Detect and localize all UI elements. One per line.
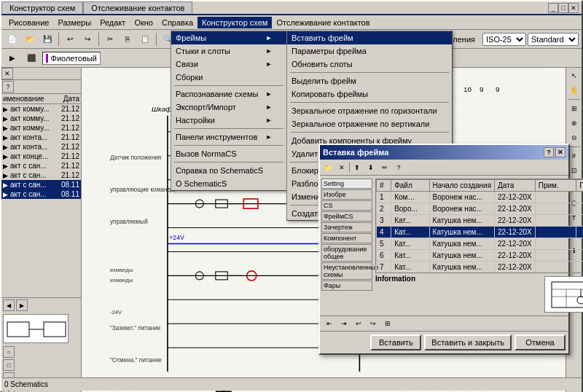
svg-text:IO: IO (381, 202, 387, 208)
rt-btn-wire[interactable]: ╱ (568, 182, 581, 195)
tb-sep4 (196, 33, 197, 46)
list-item[interactable]: ▶ акт комму... 21.12 (1, 104, 81, 114)
rt-btn-settings[interactable]: ⚙ (568, 230, 581, 243)
svg-text:9: 9 (367, 321, 371, 328)
tab-constructor[interactable]: Конструктор схем (1, 1, 83, 14)
center-management-label: Центр управления (406, 35, 475, 44)
center-area: 1.4B 8 10 9 9 Шкаф ПТК: (82, 68, 566, 392)
list-item[interactable]: ▶ акт с сан... 08.11 (1, 180, 81, 189)
list-item[interactable]: ▶ акт конце... 21.12 (1, 152, 81, 161)
left-tb-circle[interactable]: ○ (3, 346, 15, 358)
tb-cut[interactable]: ✂ (102, 31, 118, 47)
left-panel: ✕ ? именование Дата ▶ акт комму... 21.12… (1, 68, 82, 392)
svg-text:10: 10 (367, 152, 375, 160)
svg-text:"Заземл." питание: "Заземл." питание (110, 325, 161, 332)
rt-btn-zoom-area[interactable]: ⊞ (568, 102, 581, 115)
tb2-btn1[interactable]: ▶ (4, 50, 20, 66)
rt-btn-component[interactable]: ⬡ (568, 197, 581, 210)
list-item[interactable]: ▶ акт конта... 21.12 (1, 142, 81, 152)
left-tb-btn1[interactable]: ◀ (3, 299, 15, 311)
svg-text:Датчик положения: Датчик положения (110, 154, 161, 161)
svg-text:Шкаф ПТК:: Шкаф ПТК: (152, 105, 189, 113)
main-window: Конструктор схем Отслеживание контактов … (0, 0, 583, 392)
list-item[interactable]: ▶ акт с сан... 08.11 (1, 189, 81, 199)
svg-text:управляемый: управляемый (110, 219, 148, 225)
rt-btn-text[interactable]: T (568, 211, 581, 224)
rt-btn-zoom-in[interactable]: ⊕ (568, 117, 581, 130)
iso-select[interactable]: ISO-25 (482, 33, 526, 46)
tb-copy[interactable]: ⎘ (120, 31, 136, 47)
tree-expand-icon: ▶ (3, 181, 8, 189)
rt-btn-select[interactable]: ↖ (568, 69, 581, 82)
minimize-button[interactable]: _ (548, 3, 558, 13)
svg-text:управляющие команды: управляющие команды (110, 187, 175, 193)
rt-sep2 (568, 146, 580, 147)
svg-text:команды: команды (110, 277, 133, 283)
tb-paste[interactable]: 📋 (137, 31, 153, 47)
close-button[interactable]: ✕ (568, 3, 579, 13)
main-area: ✕ ? именование Дата ▶ акт комму... 21.12… (1, 68, 582, 392)
tb-sep1 (58, 33, 59, 46)
col-header-name: именование (3, 95, 63, 103)
tb-new[interactable]: 📄 (4, 31, 20, 47)
menu-draw[interactable]: Рисование (4, 17, 53, 28)
list-item[interactable]: ▶ акт с сан... 21.12 (1, 161, 81, 170)
left-tb-btn2[interactable]: ▶ (16, 299, 28, 311)
tree-expand-icon: ▶ (3, 191, 8, 198)
tree-expand-icon: ▶ (3, 162, 8, 170)
svg-text:8: 8 (367, 176, 371, 184)
right-toolbar: ↖ ✋ ⊞ ⊕ ⊖ # ⊡ ╱ ⬡ T ⚙ ℹ (566, 68, 582, 392)
svg-rect-0 (7, 322, 29, 337)
schematic-canvas: 1.4B 8 10 9 9 Шкаф ПТК: (82, 68, 566, 392)
maximize-button[interactable]: □ (558, 3, 568, 13)
tb-zoom-out[interactable]: 🔎 (177, 31, 193, 47)
tree-expand-icon: ▶ (3, 125, 8, 132)
menu-dimensions[interactable]: Размеры (53, 17, 95, 28)
tb2-btn2[interactable]: ⬛ (23, 50, 39, 66)
list-item[interactable]: ▶ акт конта... 21.12 (1, 133, 81, 142)
tb-redo[interactable]: ↪ (79, 31, 95, 47)
menu-constructor[interactable]: Конструктор схем (197, 17, 272, 28)
color-swatch (46, 54, 48, 63)
left-tb-square[interactable]: □ (3, 359, 15, 371)
svg-text:8: 8 (447, 85, 452, 93)
list-item[interactable]: ▶ акт комму... 21.12 (1, 123, 81, 133)
rt-btn-zoom-out[interactable]: ⊖ (568, 131, 581, 144)
menu-edit[interactable]: Редакт (95, 17, 130, 28)
app-tabs: Конструктор схем Отслеживание контактов … (1, 1, 582, 15)
menu-window[interactable]: Окно (130, 17, 157, 28)
list-item[interactable]: ▶ акт комму... 21.12 (1, 114, 81, 123)
tab-contact-tracking[interactable]: Отслеживание контактов (83, 1, 192, 14)
standard-select[interactable]: Standard (528, 33, 579, 46)
tb-undo[interactable]: ↩ (62, 31, 78, 47)
svg-text:10: 10 (367, 248, 375, 256)
panel-help[interactable]: ? (2, 81, 14, 93)
col-header-date: Дата (63, 95, 79, 103)
svg-text:"Отмена." питание: "Отмена." питание (110, 357, 162, 364)
color-selector[interactable]: Фиолетовый (42, 52, 101, 65)
rt-sep3 (568, 179, 580, 180)
tree-content[interactable]: ▶ акт комму... 21.12 ▶ акт комму... 21.1… (1, 104, 81, 297)
menu-contact-tracking[interactable]: Отслеживание контактов (272, 17, 374, 28)
rt-btn-pan[interactable]: ✋ (568, 84, 581, 97)
tb-save[interactable]: 💾 (39, 31, 55, 47)
menu-help[interactable]: Справка (157, 17, 197, 28)
toolbar-1: 📄 📂 💾 ↩ ↪ ✂ ⎘ 📋 🔍 🔎 Центр управления ISO… (1, 30, 582, 49)
menu-bar: Рисование Размеры Редакт Окно Справка Ко… (1, 15, 582, 30)
svg-text:M: M (250, 130, 254, 136)
rt-btn-snap[interactable]: ⊡ (568, 164, 581, 177)
mini-preview (3, 314, 69, 343)
svg-text:9: 9 (480, 85, 484, 93)
svg-text:6: 6 (367, 273, 371, 280)
rt-btn-grid[interactable]: # (568, 149, 581, 162)
list-item[interactable]: ▶ акт с сан... 21.12 (1, 170, 81, 180)
svg-text:IO: IO (381, 130, 387, 136)
status-text: 0 Schematics (4, 380, 48, 388)
svg-text:9: 9 (367, 200, 371, 208)
rt-btn-info[interactable]: ℹ (568, 244, 581, 257)
svg-text:5: 5 (367, 128, 371, 136)
panel-close[interactable]: ✕ (1, 68, 13, 79)
tree-expand-icon: ▶ (3, 153, 8, 160)
tb-zoom-in[interactable]: 🔍 (160, 31, 176, 47)
tb-open[interactable]: 📂 (22, 31, 38, 47)
